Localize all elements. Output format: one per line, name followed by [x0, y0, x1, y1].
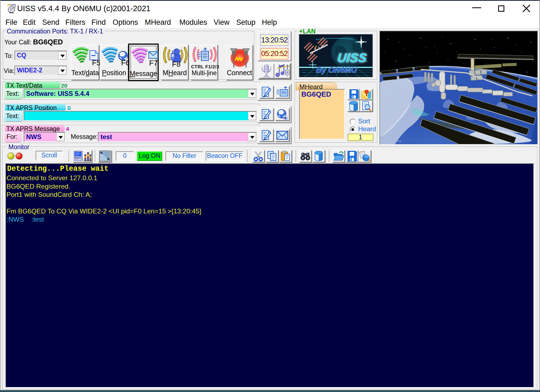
- svg-text:UISS: UISS: [10, 4, 16, 6]
- svg-text:By ON6MU: By ON6MU: [316, 66, 357, 74]
- svg-text:image: NASA ISS: image: NASA ISS: [382, 140, 401, 142]
- svg-text:UISS: UISS: [337, 51, 367, 65]
